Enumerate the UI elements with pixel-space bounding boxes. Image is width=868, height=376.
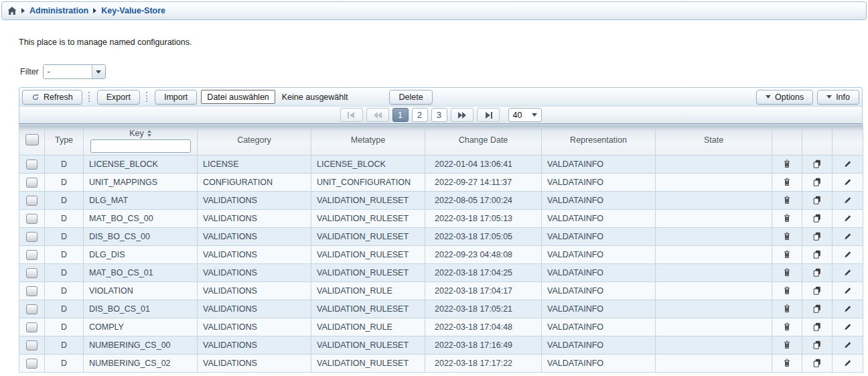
home-icon[interactable] (7, 7, 17, 15)
column-header-type[interactable]: Type (45, 125, 84, 155)
row-checkbox[interactable] (26, 178, 38, 188)
copy-icon[interactable] (811, 158, 823, 170)
file-choose-button[interactable]: Datei auswählen (201, 90, 275, 104)
pencil-icon[interactable] (842, 230, 854, 242)
row-checkbox[interactable] (26, 160, 38, 170)
trash-icon[interactable] (781, 212, 793, 224)
filter-dropdown-button[interactable] (92, 65, 105, 78)
row-delete-cell (772, 210, 802, 228)
pencil-icon[interactable] (842, 338, 854, 351)
row-edit-cell (833, 192, 863, 210)
pencil-icon[interactable] (842, 320, 854, 332)
breadcrumb-link-key-value-store[interactable]: Key-Value-Store (101, 6, 165, 15)
pencil-icon[interactable] (842, 302, 854, 314)
row-checkbox[interactable] (26, 250, 38, 260)
row-copy-cell (802, 192, 833, 210)
pencil-icon[interactable] (842, 248, 854, 260)
cell-metatype: VALIDATION_RULESET (311, 355, 425, 373)
trash-icon[interactable] (781, 176, 793, 188)
row-checkbox[interactable] (26, 214, 38, 224)
column-header-representation[interactable]: Representation (542, 125, 656, 155)
cell-metatype: VALIDATION_RULESET (311, 210, 425, 228)
copy-icon[interactable] (811, 176, 823, 188)
cell-representation: VALDATAINFO (542, 300, 656, 318)
copy-icon[interactable] (811, 302, 823, 314)
filter-row: Filter - (20, 64, 868, 79)
column-header-change-date[interactable]: Change Date (425, 125, 542, 155)
row-checkbox[interactable] (26, 232, 38, 242)
row-checkbox[interactable] (26, 340, 38, 351)
trash-icon[interactable] (781, 357, 793, 369)
trash-icon[interactable] (781, 284, 793, 296)
copy-icon[interactable] (811, 212, 823, 224)
breadcrumb-link-administration[interactable]: Administration (29, 6, 88, 15)
row-delete-cell (772, 300, 802, 318)
copy-icon[interactable] (811, 338, 823, 351)
pencil-icon[interactable] (842, 266, 854, 278)
pencil-icon[interactable] (842, 158, 854, 170)
trash-icon[interactable] (781, 230, 793, 242)
copy-icon[interactable] (811, 194, 823, 206)
row-checkbox[interactable] (26, 196, 38, 206)
page-size-select[interactable]: 40 (508, 108, 542, 122)
pencil-icon[interactable] (842, 212, 854, 224)
row-checkbox[interactable] (26, 286, 38, 296)
copy-icon[interactable] (811, 357, 823, 369)
export-button[interactable]: Export (97, 90, 140, 105)
row-edit-cell (833, 174, 863, 192)
last-page-button[interactable] (477, 108, 500, 122)
cell-representation: VALDATAINFO (542, 228, 656, 246)
chevron-down-icon (766, 95, 771, 99)
row-checkbox[interactable] (26, 359, 38, 369)
page-button-2[interactable]: 2 (412, 108, 428, 122)
info-menu-button[interactable]: Info (817, 90, 859, 105)
select-all-checkbox[interactable] (25, 134, 39, 145)
trash-icon[interactable] (781, 338, 793, 351)
trash-icon[interactable] (781, 158, 793, 170)
trash-icon[interactable] (781, 302, 793, 314)
previous-page-button[interactable] (366, 108, 389, 122)
pencil-icon[interactable] (842, 357, 854, 369)
row-checkbox[interactable] (26, 322, 38, 332)
page-button-1[interactable]: 1 (392, 108, 409, 122)
copy-icon[interactable] (811, 284, 823, 296)
trash-icon[interactable] (781, 266, 793, 278)
column-header-category[interactable]: Category (198, 125, 311, 155)
toolbar: Refresh Export Import Datei auswählen Ke… (19, 87, 863, 106)
column-header-metatype[interactable]: Metatype (311, 125, 425, 155)
copy-icon[interactable] (811, 266, 823, 278)
row-edit-cell (833, 155, 863, 174)
trash-icon[interactable] (781, 248, 793, 260)
options-menu-button[interactable]: Options (756, 90, 813, 105)
filter-dropdown[interactable]: - (43, 64, 106, 79)
cell-state (656, 300, 772, 318)
import-button[interactable]: Import (155, 90, 197, 105)
trash-icon[interactable] (781, 194, 793, 206)
row-copy-cell (802, 210, 833, 228)
page-button-3[interactable]: 3 (431, 108, 447, 122)
row-delete-cell (772, 228, 802, 246)
cell-metatype: VALIDATION_RULESET (311, 300, 425, 318)
copy-icon[interactable] (811, 248, 823, 260)
cell-key: LICENSE_BLOCK (84, 155, 198, 174)
column-header-state[interactable]: State (656, 125, 772, 155)
row-checkbox[interactable] (26, 304, 38, 314)
key-filter-input[interactable] (90, 139, 191, 153)
first-page-button[interactable] (340, 108, 363, 122)
trash-icon[interactable] (781, 320, 793, 332)
column-header-key-label[interactable]: Key (129, 129, 144, 138)
next-page-button[interactable] (451, 108, 474, 122)
copy-icon[interactable] (811, 230, 823, 242)
delete-button[interactable]: Delete (389, 90, 432, 105)
row-checkbox[interactable] (26, 268, 38, 278)
cell-metatype: VALIDATION_RULE (311, 282, 425, 300)
row-delete-cell (772, 282, 802, 300)
row-select-cell (19, 355, 45, 373)
cell-category: VALIDATIONS (198, 300, 311, 318)
pencil-icon[interactable] (842, 176, 854, 188)
refresh-button[interactable]: Refresh (22, 90, 82, 105)
copy-icon[interactable] (811, 320, 823, 332)
sort-icon[interactable] (147, 130, 151, 137)
pencil-icon[interactable] (842, 284, 854, 296)
pencil-icon[interactable] (842, 194, 854, 206)
